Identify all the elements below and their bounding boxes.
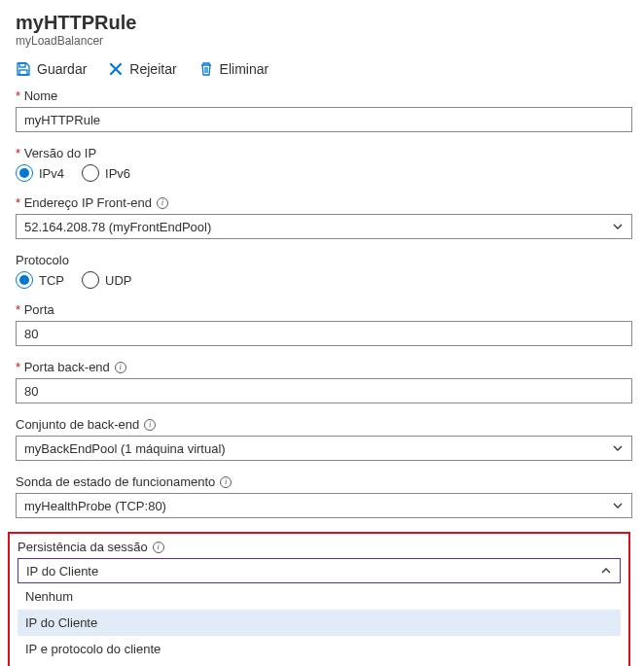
radio-ipv6-label: IPv6	[105, 166, 130, 181]
dropdown-option-none[interactable]: Nenhum	[18, 583, 621, 610]
form: Nome Versão do IP IPv4 IPv6 Endereço IP …	[16, 88, 642, 666]
radio-ipv4-label: IPv4	[39, 166, 64, 181]
breadcrumb-subtitle: myLoadBalancer	[16, 34, 642, 48]
radio-udp[interactable]: UDP	[82, 271, 131, 289]
radio-udp-label: UDP	[105, 273, 131, 288]
info-icon[interactable]: i	[153, 542, 164, 553]
info-icon[interactable]: i	[220, 476, 232, 488]
field-health-probe: Sonda de estado de funcionamentoi myHeal…	[16, 474, 632, 518]
backend-port-input[interactable]	[16, 378, 632, 403]
command-bar: Guardar Rejeitar Eliminar	[16, 55, 642, 88]
chevron-down-icon	[612, 500, 624, 511]
save-icon	[16, 61, 31, 77]
session-persistence-value: IP do Cliente	[26, 564, 98, 578]
radio-tcp-label: TCP	[39, 273, 64, 288]
radio-tcp[interactable]: TCP	[16, 271, 64, 289]
frontend-ip-value: 52.164.208.78 (myFrontEndPool)	[24, 220, 211, 234]
delete-label: Eliminar	[220, 61, 269, 77]
dropdown-option-client-ip[interactable]: IP do Cliente	[18, 610, 621, 636]
field-frontend-ip: Endereço IP Front-endi 52.164.208.78 (my…	[16, 195, 632, 239]
field-backend-port: Porta back-endi	[16, 360, 632, 403]
save-label: Guardar	[37, 61, 87, 77]
chevron-down-icon	[612, 442, 624, 454]
label-backend-pool: Conjunto de back-end	[16, 417, 139, 432]
radio-icon	[82, 271, 99, 289]
info-icon[interactable]: i	[144, 419, 156, 431]
dropdown-option-client-ip-protocol[interactable]: IP e protocolo do cliente	[18, 636, 621, 662]
radio-ipv6[interactable]: IPv6	[82, 164, 130, 182]
radio-icon	[82, 164, 99, 182]
info-icon[interactable]: i	[157, 197, 168, 209]
label-backend-port: Porta back-end	[16, 360, 110, 374]
label-name: Nome	[16, 88, 57, 103]
backend-pool-value: myBackEndPool (1 máquina virtual)	[24, 441, 226, 456]
radio-icon	[16, 164, 33, 182]
label-session-persistence: Persistência da sessão	[18, 540, 148, 554]
highlighted-region: Persistência da sessãoi IP do Cliente Ne…	[8, 532, 630, 666]
label-port: Porta	[16, 302, 54, 317]
session-persistence-select[interactable]: IP do Cliente	[18, 558, 621, 583]
delete-button[interactable]: Eliminar	[198, 61, 269, 77]
label-ipversion: Versão do IP	[16, 146, 96, 160]
svg-rect-1	[19, 70, 27, 75]
label-protocol: Protocolo	[16, 253, 69, 267]
health-probe-value: myHealthProbe (TCP:80)	[24, 499, 166, 513]
name-input[interactable]	[16, 107, 632, 132]
radio-ipv4[interactable]: IPv4	[16, 164, 64, 182]
chevron-down-icon	[612, 221, 624, 232]
session-dropdown-list: Nenhum IP do Cliente IP e protocolo do c…	[18, 583, 621, 662]
save-button[interactable]: Guardar	[16, 61, 87, 77]
page-title: myHTTPRule	[16, 12, 642, 34]
field-protocol: Protocolo TCP UDP	[16, 253, 632, 289]
frontend-ip-select[interactable]: 52.164.208.78 (myFrontEndPool)	[16, 214, 632, 239]
label-health-probe: Sonda de estado de funcionamento	[16, 474, 215, 489]
label-frontend: Endereço IP Front-end	[16, 195, 152, 210]
field-port: Porta	[16, 302, 632, 346]
field-name: Nome	[16, 88, 632, 132]
chevron-up-icon	[600, 565, 612, 577]
close-icon	[108, 61, 124, 77]
field-backend-pool: Conjunto de back-endi myBackEndPool (1 m…	[16, 417, 632, 461]
svg-rect-0	[19, 63, 25, 67]
info-icon[interactable]: i	[115, 362, 126, 373]
health-probe-select[interactable]: myHealthProbe (TCP:80)	[16, 493, 632, 518]
discard-label: Rejeitar	[129, 61, 176, 77]
port-input[interactable]	[16, 321, 632, 346]
backend-pool-select[interactable]: myBackEndPool (1 máquina virtual)	[16, 436, 632, 461]
radio-icon	[16, 271, 33, 289]
discard-button[interactable]: Rejeitar	[108, 61, 176, 77]
trash-icon	[198, 61, 214, 77]
field-ipversion: Versão do IP IPv4 IPv6	[16, 146, 632, 182]
